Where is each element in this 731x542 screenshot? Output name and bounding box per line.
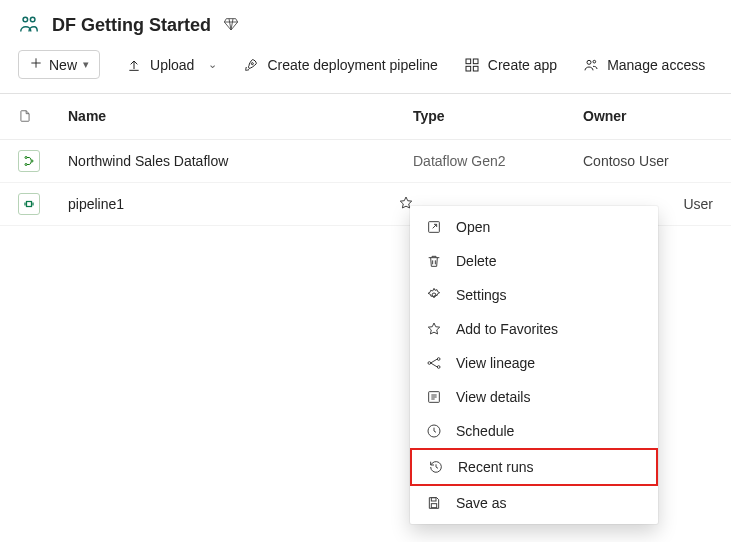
chevron-down-icon[interactable]: ⌄ xyxy=(208,58,217,71)
item-owner: Contoso User xyxy=(583,153,713,169)
table-row[interactable]: Northwind Sales Dataflow Dataflow Gen2 C… xyxy=(0,140,731,183)
menu-label: Schedule xyxy=(456,423,514,439)
svg-point-8 xyxy=(593,60,596,63)
menu-settings[interactable]: Settings xyxy=(410,278,658,312)
svg-point-2 xyxy=(252,62,254,64)
col-type[interactable]: Type xyxy=(413,108,583,127)
menu-label: Delete xyxy=(456,253,496,269)
history-icon xyxy=(428,459,444,475)
workspace-icon xyxy=(18,14,40,36)
menu-label: Add to Favorites xyxy=(456,321,558,337)
details-icon xyxy=(426,389,442,405)
svg-point-7 xyxy=(587,60,591,64)
svg-rect-20 xyxy=(431,498,436,501)
svg-point-16 xyxy=(437,358,440,361)
menu-label: View details xyxy=(456,389,530,405)
svg-point-9 xyxy=(25,157,27,159)
item-name: Northwind Sales Dataflow xyxy=(68,153,413,169)
svg-rect-3 xyxy=(466,59,471,64)
new-button[interactable]: New ▾ xyxy=(18,50,100,79)
svg-rect-5 xyxy=(466,66,471,71)
svg-rect-4 xyxy=(473,59,478,64)
file-icon xyxy=(18,108,68,127)
col-name[interactable]: Name xyxy=(68,108,413,127)
star-icon xyxy=(426,321,442,337)
menu-save-as[interactable]: Save as xyxy=(410,486,658,520)
svg-point-15 xyxy=(428,362,431,365)
upload-label: Upload xyxy=(150,57,194,73)
create-app-label: Create app xyxy=(488,57,557,73)
menu-label: Save as xyxy=(456,495,507,511)
workspace-title: DF Getting Started xyxy=(52,15,211,36)
menu-label: View lineage xyxy=(456,355,535,371)
svg-rect-6 xyxy=(473,66,478,71)
create-app-button[interactable]: Create app xyxy=(464,57,557,73)
create-pipeline-label: Create deployment pipeline xyxy=(267,57,437,73)
trash-icon xyxy=(426,253,442,269)
chevron-down-icon: ▾ xyxy=(83,58,89,71)
menu-label: Settings xyxy=(456,287,507,303)
menu-details[interactable]: View details xyxy=(410,380,658,414)
new-label: New xyxy=(49,57,77,73)
dataflow-icon xyxy=(18,150,40,172)
table-header: Name Type Owner xyxy=(0,94,731,140)
svg-rect-21 xyxy=(431,504,436,508)
svg-point-11 xyxy=(31,160,33,162)
manage-access-button[interactable]: Manage access xyxy=(583,57,705,73)
menu-lineage[interactable]: View lineage xyxy=(410,346,658,380)
menu-label: Recent runs xyxy=(458,459,533,475)
svg-point-1 xyxy=(30,17,35,22)
menu-open[interactable]: Open xyxy=(410,210,658,244)
people-icon xyxy=(583,57,599,73)
create-pipeline-button[interactable]: Create deployment pipeline xyxy=(243,57,437,73)
gear-icon xyxy=(426,287,442,303)
menu-delete[interactable]: Delete xyxy=(410,244,658,278)
clock-icon xyxy=(426,423,442,439)
col-owner[interactable]: Owner xyxy=(583,108,713,127)
upload-icon xyxy=(126,57,142,73)
app-icon xyxy=(464,57,480,73)
upload-button[interactable]: Upload xyxy=(126,57,194,73)
menu-label: Open xyxy=(456,219,490,235)
svg-point-17 xyxy=(437,366,440,369)
svg-point-0 xyxy=(23,17,28,22)
manage-access-label: Manage access xyxy=(607,57,705,73)
toolbar: New ▾ Upload ⌄ Create deployment pipelin… xyxy=(0,46,731,94)
menu-schedule[interactable]: Schedule xyxy=(410,414,658,448)
svg-rect-12 xyxy=(27,202,32,207)
workspace-header: DF Getting Started xyxy=(0,0,731,46)
plus-icon xyxy=(29,56,43,73)
lineage-icon xyxy=(426,355,442,371)
premium-icon xyxy=(223,16,239,35)
svg-point-10 xyxy=(25,164,27,166)
context-menu: Open Delete Settings Add to Favorites Vi… xyxy=(410,206,658,524)
open-icon xyxy=(426,219,442,235)
pipeline-icon xyxy=(18,193,40,215)
save-icon xyxy=(426,495,442,511)
menu-favorites[interactable]: Add to Favorites xyxy=(410,312,658,346)
item-name: pipeline1 xyxy=(68,196,413,212)
item-type: Dataflow Gen2 xyxy=(413,153,583,169)
menu-recent-runs[interactable]: Recent runs xyxy=(410,448,658,486)
rocket-icon xyxy=(243,57,259,73)
